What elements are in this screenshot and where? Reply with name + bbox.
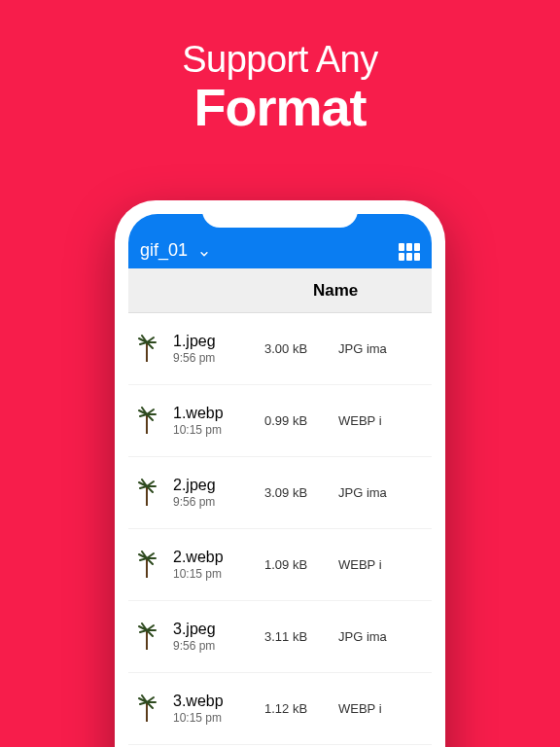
file-row[interactable]: 1.webp10:15 pm0.99 kBWEBP i (128, 385, 432, 457)
file-size: 3.00 kB (264, 341, 334, 356)
file-name: 1.jpeg (173, 333, 261, 350)
file-name-cell: 3.jpeg9:56 pm (173, 621, 261, 654)
file-size: 1.12 kB (264, 701, 334, 716)
file-type: JPG ima (338, 485, 426, 500)
file-time: 10:15 pm (173, 567, 261, 581)
file-name-cell: 3.webp10:15 pm (173, 693, 261, 726)
file-size: 1.09 kB (264, 557, 334, 572)
svg-rect-2 (146, 486, 148, 506)
file-time: 10:15 pm (173, 423, 261, 437)
svg-rect-5 (146, 702, 148, 722)
file-row[interactable]: 2.jpeg9:56 pm3.09 kBJPG ima (128, 457, 432, 529)
file-name: 2.jpeg (173, 477, 261, 494)
app-screen: gif_01 Name 1.jpeg9:56 pm3.00 kBJPG ima … (128, 214, 432, 747)
file-time: 9:56 pm (173, 351, 261, 365)
file-size: 0.99 kB (264, 413, 334, 428)
chevron-down-icon[interactable] (197, 247, 211, 261)
file-type: WEBP i (338, 413, 426, 428)
file-name: 3.webp (173, 693, 261, 710)
file-name-cell: 1.webp10:15 pm (173, 405, 261, 438)
column-header-name[interactable]: Name (313, 281, 358, 301)
file-row[interactable]: 2.webp10:15 pm1.09 kBWEBP i (128, 529, 432, 601)
file-thumbnail-icon (136, 622, 159, 652)
file-type: WEBP i (338, 701, 426, 716)
file-thumbnail-icon (136, 407, 159, 436)
phone-mockup: gif_01 Name 1.jpeg9:56 pm3.00 kBJPG ima … (115, 200, 445, 747)
phone-notch (202, 200, 358, 228)
file-list[interactable]: 1.jpeg9:56 pm3.00 kBJPG ima 1.webp10:15 … (128, 313, 432, 747)
file-row[interactable]: 3.jpeg9:56 pm3.11 kBJPG ima (128, 601, 432, 673)
file-thumbnail-icon (136, 551, 159, 580)
file-name: 2.webp (173, 549, 261, 566)
svg-rect-3 (146, 558, 148, 578)
headline-line1: Support Any (0, 41, 560, 80)
file-name-cell: 2.jpeg9:56 pm (173, 477, 261, 510)
file-time: 9:56 pm (173, 639, 261, 653)
svg-rect-0 (146, 342, 148, 362)
file-name-cell: 2.webp10:15 pm (173, 549, 261, 582)
file-type: WEBP i (338, 557, 426, 572)
svg-rect-1 (146, 414, 148, 434)
column-header-bar: Name (128, 268, 432, 313)
promo-headline: Support Any Format (0, 0, 560, 135)
file-size: 3.09 kB (264, 485, 334, 500)
folder-title[interactable]: gif_01 (140, 240, 188, 261)
file-time: 9:56 pm (173, 495, 261, 509)
headline-line2: Format (0, 80, 560, 135)
file-size: 3.11 kB (264, 629, 334, 644)
file-thumbnail-icon (136, 335, 159, 364)
file-type: JPG ima (338, 341, 426, 356)
file-name: 1.webp (173, 405, 261, 422)
svg-rect-4 (146, 630, 148, 650)
file-time: 10:15 pm (173, 711, 261, 725)
file-thumbnail-icon (136, 694, 159, 724)
file-thumbnail-icon (136, 479, 159, 508)
file-type: JPG ima (338, 629, 426, 644)
file-name: 3.jpeg (173, 621, 261, 638)
grid-view-icon[interactable] (399, 243, 420, 261)
file-name-cell: 1.jpeg9:56 pm (173, 333, 261, 366)
file-row[interactable]: 1.jpeg9:56 pm3.00 kBJPG ima (128, 313, 432, 385)
file-row[interactable]: 3.webp10:15 pm1.12 kBWEBP i (128, 673, 432, 745)
